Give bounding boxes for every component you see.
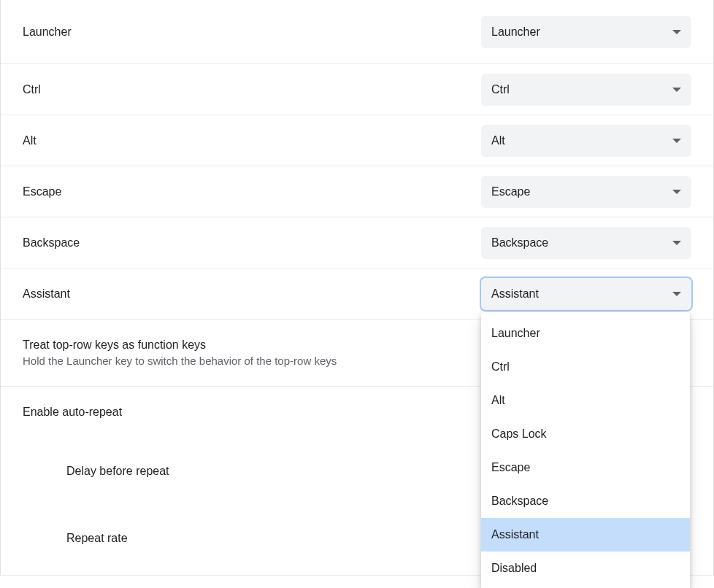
key-select-alt[interactable]: Alt <box>481 125 691 157</box>
select-value: Assistant <box>491 287 539 301</box>
key-row-launcher: Launcher Launcher <box>1 0 713 64</box>
top-row-sublabel: Hold the Launcher key to switch the beha… <box>23 355 337 367</box>
select-value: Launcher <box>491 26 540 39</box>
chevron-down-icon <box>672 241 681 245</box>
key-select-escape[interactable]: Escape <box>481 176 691 208</box>
key-label: Ctrl <box>23 83 41 96</box>
key-label: Escape <box>23 185 61 198</box>
key-row-escape: Escape Escape <box>1 166 713 217</box>
key-select-assistant[interactable]: Assistant <box>481 278 691 310</box>
chevron-down-icon <box>672 88 681 92</box>
delay-label: Delay before repeat <box>66 465 169 478</box>
chevron-down-icon <box>672 30 681 34</box>
select-value: Alt <box>491 134 505 147</box>
chevron-down-icon <box>672 139 681 143</box>
menu-option-backspace[interactable]: Backspace <box>481 484 690 518</box>
select-value: Escape <box>491 185 530 198</box>
menu-option-assistant[interactable]: Assistant <box>481 518 690 552</box>
chevron-down-icon <box>672 292 681 296</box>
menu-option-ctrl[interactable]: Ctrl <box>481 350 690 384</box>
key-select-ctrl[interactable]: Ctrl <box>481 74 691 106</box>
key-select-backspace[interactable]: Backspace <box>481 227 691 259</box>
key-select-launcher[interactable]: Launcher <box>481 16 691 48</box>
select-value: Backspace <box>491 236 548 249</box>
key-row-backspace: Backspace Backspace <box>1 217 713 268</box>
assistant-dropdown-menu: LauncherCtrlAltCaps LockEscapeBackspaceA… <box>481 312 690 588</box>
key-label: Assistant <box>23 287 70 301</box>
top-row-label: Treat top-row keys as function keys <box>23 339 337 352</box>
key-label: Launcher <box>23 26 72 39</box>
key-label: Alt <box>23 134 37 147</box>
key-row-alt: Alt Alt <box>1 115 713 166</box>
chevron-down-icon <box>672 190 681 194</box>
menu-option-launcher[interactable]: Launcher <box>481 317 690 350</box>
select-value: Ctrl <box>491 83 510 96</box>
menu-option-disabled[interactable]: Disabled <box>481 552 690 585</box>
key-label: Backspace <box>23 236 80 249</box>
menu-option-caps-lock[interactable]: Caps Lock <box>481 417 690 451</box>
key-row-ctrl: Ctrl Ctrl <box>1 64 713 115</box>
menu-option-alt[interactable]: Alt <box>481 384 690 417</box>
auto-repeat-label: Enable auto-repeat <box>23 406 122 419</box>
rate-label: Repeat rate <box>66 532 128 545</box>
menu-option-escape[interactable]: Escape <box>481 451 690 484</box>
